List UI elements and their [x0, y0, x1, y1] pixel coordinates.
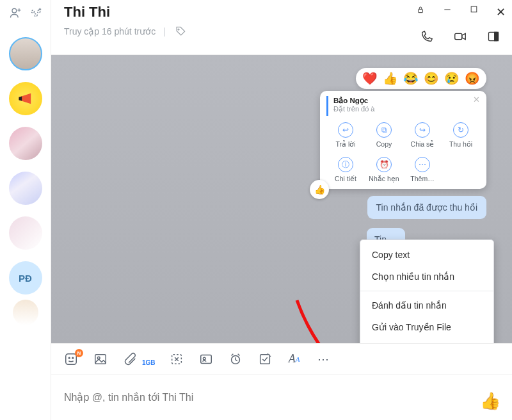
window-controls: ✕: [416, 5, 506, 19]
add-contact-icon[interactable]: [8, 6, 22, 20]
svg-point-13: [72, 357, 74, 359]
message-context-menu: Copy text Chọn nhiều tin nhắn Đánh dấu t…: [360, 239, 494, 343]
ctx-copy-text[interactable]: Copy text: [360, 244, 493, 266]
video-icon[interactable]: [453, 29, 467, 44]
svg-point-2: [37, 10, 40, 13]
action-share[interactable]: ↪Chia sẻ: [403, 122, 442, 148]
message-bubble-recalled[interactable]: Tin nhắn đã được thu hồi: [367, 196, 486, 219]
action-reminder[interactable]: ⏰Nhắc hẹn: [365, 157, 403, 182]
main-panel: ✕ Thi Thi Truy cập 16 phút trước | ❤️ 👍 …: [51, 0, 512, 420]
svg-rect-11: [66, 353, 77, 364]
create-group-icon[interactable]: [29, 6, 43, 20]
format-icon[interactable]: AA: [286, 351, 303, 368]
svg-point-0: [12, 8, 17, 13]
ctx-reminder[interactable]: Tạo nhắc hẹn: [360, 338, 493, 343]
close-icon[interactable]: ✕: [496, 5, 506, 19]
contact-card-icon[interactable]: [198, 351, 214, 368]
task-icon[interactable]: [257, 351, 273, 368]
tag-icon[interactable]: [173, 24, 188, 38]
composer-toolbar: 1GB AA ⋯: [51, 344, 512, 375]
svg-rect-20: [260, 354, 269, 364]
attach-size-label: 1GB: [142, 359, 156, 366]
sidebar-avatar[interactable]: [9, 216, 42, 250]
svg-point-7: [178, 29, 179, 30]
attach-icon[interactable]: [122, 351, 138, 368]
reaction-heart[interactable]: ❤️: [362, 71, 378, 86]
reaction-smile[interactable]: 😊: [424, 71, 439, 86]
composer: 1GB AA ⋯ 👍: [51, 343, 512, 420]
chat-scroll-area[interactable]: ❤️ 👍 😂 😊 😢 😡 Bảo Ngọc Đặt trên đó à ✕ ↩T…: [51, 55, 512, 343]
quick-like-button[interactable]: 👍: [310, 180, 329, 199]
svg-point-12: [68, 357, 70, 359]
svg-point-1: [31, 10, 34, 13]
close-icon[interactable]: ✕: [473, 95, 480, 104]
separator: [360, 291, 493, 291]
quick-like-icon[interactable]: 👍: [480, 391, 500, 411]
svg-rect-8: [455, 33, 462, 39]
quoted-message: Bảo Ngọc Đặt trên đó à ✕: [326, 96, 480, 116]
svg-rect-14: [95, 354, 106, 364]
reaction-laugh[interactable]: 😂: [403, 71, 419, 86]
action-detail[interactable]: ⓘChi tiết: [326, 157, 365, 182]
svg-point-18: [203, 357, 205, 360]
panel-toggle-icon[interactable]: [486, 29, 500, 44]
sidebar-avatar-initials[interactable]: PĐ: [9, 261, 42, 295]
sidebar-avatar[interactable]: [9, 127, 42, 160]
lock-icon[interactable]: [416, 5, 425, 19]
more-icon[interactable]: ⋯: [316, 351, 332, 368]
sidebar-avatar[interactable]: [9, 172, 42, 205]
ctx-mark[interactable]: Đánh dấu tin nhắn: [360, 295, 493, 316]
image-icon[interactable]: [92, 351, 109, 368]
quote-author: Bảo Ngọc: [333, 96, 475, 105]
action-recall[interactable]: ↻Thu hồi: [442, 122, 480, 148]
svg-rect-4: [419, 9, 423, 12]
message-action-card: Bảo Ngọc Đặt trên đó à ✕ ↩Trả lời ⧉Copy …: [320, 91, 486, 189]
screenshot-icon[interactable]: [168, 351, 185, 368]
reaction-angry[interactable]: 😡: [465, 71, 480, 86]
sidebar-avatar-selected[interactable]: [9, 37, 42, 70]
contact-name: Thi Thi: [64, 4, 110, 20]
action-reply[interactable]: ↩Trả lời: [326, 122, 365, 148]
action-copy[interactable]: ⧉Copy: [365, 122, 403, 148]
minimize-icon[interactable]: [443, 5, 452, 19]
action-more[interactable]: ⋯Thêm…: [403, 157, 442, 182]
reaction-picker[interactable]: ❤️ 👍 😂 😊 😢 😡: [356, 68, 486, 89]
contact-status: Truy cập 16 phút trước: [64, 26, 156, 36]
reaction-cry[interactable]: 😢: [444, 71, 460, 86]
svg-point-3: [34, 14, 36, 17]
svg-rect-6: [471, 6, 477, 12]
sidebar-avatar[interactable]: [13, 300, 38, 325]
maximize-icon[interactable]: [470, 5, 478, 19]
divider: |: [163, 26, 166, 36]
sidebar-avatar[interactable]: [9, 82, 42, 115]
svg-rect-17: [200, 355, 211, 363]
sticker-icon[interactable]: [63, 351, 79, 368]
message-input[interactable]: [64, 392, 499, 403]
reaction-like[interactable]: 👍: [383, 71, 398, 86]
ctx-send-file[interactable]: Gửi vào Truyền File: [360, 316, 493, 338]
quote-text: Đặt trên đó à: [333, 105, 475, 113]
svg-rect-10: [495, 32, 499, 40]
conversation-sidebar: PĐ: [0, 0, 51, 420]
call-icon[interactable]: [420, 29, 434, 44]
reminder-icon[interactable]: [227, 351, 244, 368]
ctx-select-many[interactable]: Chọn nhiều tin nhắn: [360, 266, 493, 287]
